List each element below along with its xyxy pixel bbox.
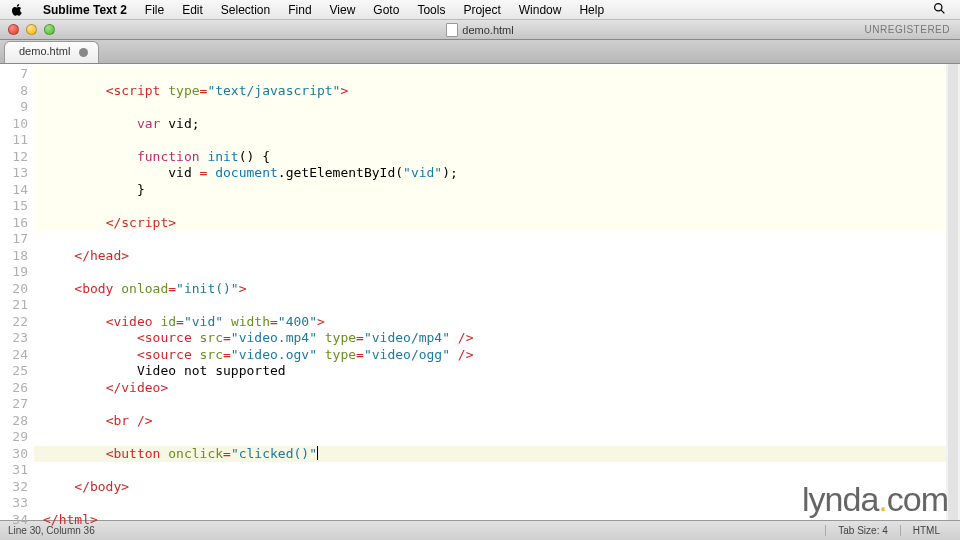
line-number: 20 — [0, 281, 34, 298]
unregistered-label: UNREGISTERED — [865, 24, 950, 35]
menu-file[interactable]: File — [136, 3, 173, 17]
line-number: 28 — [0, 413, 34, 430]
menu-tools[interactable]: Tools — [408, 3, 454, 17]
line-number: 11 — [0, 132, 34, 149]
window-title: demo.html — [462, 24, 513, 36]
dirty-indicator-icon — [79, 48, 88, 57]
line-number: 19 — [0, 264, 34, 281]
menu-window[interactable]: Window — [510, 3, 571, 17]
line-number: 34 — [0, 512, 34, 529]
line-number: 22 — [0, 314, 34, 331]
code-line[interactable]: <source src="video.ogv" type="video/ogg"… — [34, 347, 946, 364]
svg-point-0 — [935, 3, 942, 10]
line-number: 33 — [0, 495, 34, 512]
spotlight-search-icon[interactable] — [933, 2, 946, 18]
line-number: 21 — [0, 297, 34, 314]
code-line[interactable]: </html> — [34, 512, 946, 529]
tab-bar: demo.html — [0, 40, 960, 64]
code-line[interactable] — [34, 66, 946, 83]
line-number: 31 — [0, 462, 34, 479]
minimap-thumb[interactable] — [948, 64, 958, 520]
code-line[interactable]: var vid; — [34, 116, 946, 133]
line-number: 32 — [0, 479, 34, 496]
code-line[interactable] — [34, 231, 946, 248]
code-line[interactable]: </video> — [34, 380, 946, 397]
menu-selection[interactable]: Selection — [212, 3, 279, 17]
tab-label: demo.html — [19, 45, 70, 57]
code-line[interactable] — [34, 495, 946, 512]
line-number: 8 — [0, 83, 34, 100]
mac-menubar: Sublime Text 2 FileEditSelectionFindView… — [0, 0, 960, 20]
document-icon — [446, 23, 458, 37]
line-number: 26 — [0, 380, 34, 397]
code-line[interactable]: <br /> — [34, 413, 946, 430]
minimize-button[interactable] — [26, 24, 37, 35]
close-button[interactable] — [8, 24, 19, 35]
tab-demo-html[interactable]: demo.html — [4, 41, 99, 63]
code-line[interactable]: <button onclick="clicked()" — [34, 446, 946, 463]
line-number: 15 — [0, 198, 34, 215]
line-number: 10 — [0, 116, 34, 133]
code-line[interactable]: <source src="video.mp4" type="video/mp4"… — [34, 330, 946, 347]
line-number: 14 — [0, 182, 34, 199]
apple-logo-icon[interactable] — [10, 3, 24, 17]
line-number: 17 — [0, 231, 34, 248]
line-number: 30 — [0, 446, 34, 463]
zoom-button[interactable] — [44, 24, 55, 35]
line-number: 24 — [0, 347, 34, 364]
code-line[interactable] — [34, 264, 946, 281]
code-line[interactable]: </head> — [34, 248, 946, 265]
menu-help[interactable]: Help — [570, 3, 613, 17]
code-line[interactable] — [34, 132, 946, 149]
line-number: 29 — [0, 429, 34, 446]
line-number: 7 — [0, 66, 34, 83]
line-gutter: 7891011121314151617181920212223242526272… — [0, 64, 34, 520]
line-number: 18 — [0, 248, 34, 265]
code-line[interactable] — [34, 429, 946, 446]
line-number: 16 — [0, 215, 34, 232]
code-line[interactable] — [34, 396, 946, 413]
editor[interactable]: 7891011121314151617181920212223242526272… — [0, 64, 960, 520]
code-line[interactable]: function init() { — [34, 149, 946, 166]
code-line[interactable]: Video not supported — [34, 363, 946, 380]
app-name[interactable]: Sublime Text 2 — [34, 3, 136, 17]
code-line[interactable]: <body onload="init()"> — [34, 281, 946, 298]
menu-goto[interactable]: Goto — [364, 3, 408, 17]
code-area[interactable]: <script type="text/javascript"> var vid;… — [34, 64, 946, 520]
window-titlebar: demo.html UNREGISTERED — [0, 20, 960, 40]
menu-edit[interactable]: Edit — [173, 3, 212, 17]
menu-project[interactable]: Project — [454, 3, 509, 17]
code-line[interactable]: </script> — [34, 215, 946, 232]
line-number: 25 — [0, 363, 34, 380]
svg-line-1 — [941, 10, 944, 13]
minimap[interactable] — [946, 64, 960, 520]
code-line[interactable] — [34, 462, 946, 479]
traffic-lights — [8, 24, 55, 35]
code-line[interactable]: </body> — [34, 479, 946, 496]
code-line[interactable]: vid = document.getElementById("vid"); — [34, 165, 946, 182]
menu-find[interactable]: Find — [279, 3, 320, 17]
line-number: 23 — [0, 330, 34, 347]
line-number: 12 — [0, 149, 34, 166]
code-line[interactable]: <video id="vid" width="400"> — [34, 314, 946, 331]
line-number: 13 — [0, 165, 34, 182]
code-line[interactable] — [34, 198, 946, 215]
code-line[interactable] — [34, 297, 946, 314]
line-number: 27 — [0, 396, 34, 413]
menu-view[interactable]: View — [321, 3, 365, 17]
code-line[interactable]: <script type="text/javascript"> — [34, 83, 946, 100]
line-number: 9 — [0, 99, 34, 116]
code-line[interactable]: } — [34, 182, 946, 199]
code-line[interactable] — [34, 99, 946, 116]
